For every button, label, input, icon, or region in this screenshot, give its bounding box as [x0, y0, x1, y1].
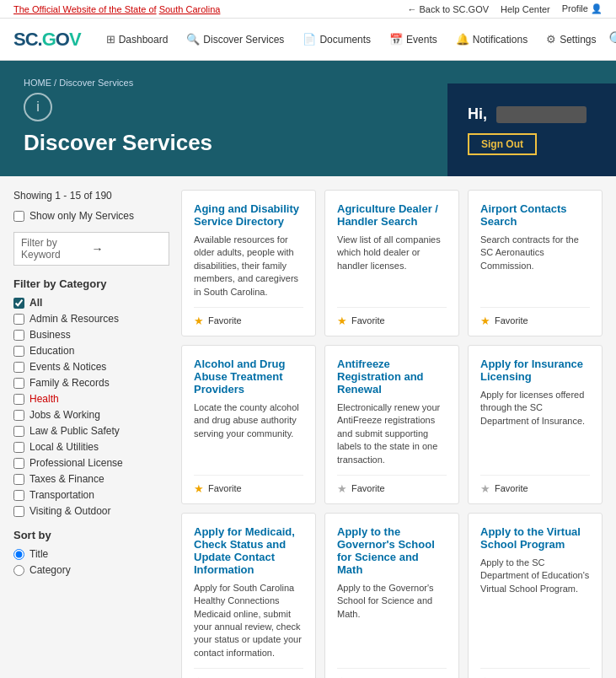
nav-item-settings[interactable]: ⚙ Settings	[538, 28, 604, 51]
category-checkbox-family[interactable]	[13, 378, 24, 389]
service-fav-agriculture-dealer[interactable]: ★Favorite	[337, 307, 447, 327]
my-services-filter[interactable]: Show only My Services	[13, 210, 169, 222]
category-checkbox-education[interactable]	[13, 346, 24, 357]
service-title-virtual-school[interactable]: Apply to the Virtual School Program	[480, 525, 590, 551]
category-checkbox-professional[interactable]	[13, 458, 24, 469]
profile-icon: 👤	[591, 3, 603, 13]
service-card-agriculture-dealer: Agriculture Dealer / Handler SearchView …	[324, 190, 459, 336]
category-checkbox-taxes[interactable]	[13, 474, 24, 485]
service-title-alcohol-drug[interactable]: Alcohol and Drug Abuse Treatment Provide…	[194, 358, 303, 396]
service-title-governors-school[interactable]: Apply to the Governor's School for Scien…	[337, 525, 447, 576]
breadcrumb: HOME / Discover Services	[24, 78, 431, 88]
nav-search-button[interactable]: 🔍	[608, 30, 617, 49]
info-icon: i	[24, 93, 52, 121]
category-item-visiting[interactable]: Visiting & Outdoor	[13, 505, 169, 517]
dashboard-icon: ⊞	[106, 33, 115, 46]
nav-item-events[interactable]: 📅 Events	[381, 28, 446, 51]
service-title-insurance-licensing[interactable]: Apply for Insurance Licensing	[480, 358, 590, 383]
service-title-medicaid[interactable]: Apply for Medicaid, Check Status and Upd…	[194, 525, 303, 576]
category-item-family[interactable]: Family & Records	[13, 377, 169, 389]
logo[interactable]: SC.GOV	[13, 29, 81, 51]
category-item-jobs[interactable]: Jobs & Working	[13, 409, 169, 421]
service-desc-aging-disability: Available resources for older adults, pe…	[194, 234, 303, 299]
category-item-all[interactable]: All	[13, 297, 169, 309]
profile-link[interactable]: Profile 👤	[562, 3, 603, 14]
service-card-governors-school: Apply to the Governor's School for Scien…	[324, 513, 459, 678]
category-checkbox-health[interactable]	[13, 394, 24, 405]
service-title-aging-disability[interactable]: Aging and Disability Service Directory	[194, 202, 303, 228]
breadcrumb-home[interactable]: HOME	[24, 78, 51, 88]
sort-label-category: Category	[29, 564, 71, 576]
service-title-antifreeze[interactable]: Antifreeze Registration and Renewal	[337, 358, 447, 396]
sign-out-button[interactable]: Sign Out	[468, 133, 537, 155]
category-item-professional[interactable]: Professional License	[13, 457, 169, 469]
help-center-link[interactable]: Help Center	[501, 4, 550, 14]
back-to-scgov[interactable]: ← Back to SC.GOV	[407, 4, 489, 14]
nav-item-documents[interactable]: 📄 Documents	[294, 28, 379, 51]
sort-radio-title[interactable]	[13, 549, 24, 560]
category-item-taxes[interactable]: Taxes & Finance	[13, 473, 169, 485]
service-fav-insurance-licensing[interactable]: ★Favorite	[480, 475, 590, 495]
keyword-filter-label: Filter by Keyword	[21, 237, 92, 261]
my-services-checkbox[interactable]	[13, 211, 24, 222]
category-item-law[interactable]: Law & Public Safety	[13, 425, 169, 437]
service-desc-virtual-school: Apply to the SC Department of Education'…	[480, 557, 590, 659]
category-label-family: Family & Records	[29, 377, 110, 389]
category-item-local[interactable]: Local & Utilities	[13, 441, 169, 453]
service-fav-governors-school[interactable]: ★Favorite	[337, 668, 447, 678]
category-checkbox-jobs[interactable]	[13, 410, 24, 421]
nav-discover-label: Discover Services	[203, 34, 284, 46]
service-fav-medicaid[interactable]: ★Favorite	[194, 668, 303, 678]
category-item-transportation[interactable]: Transportation	[13, 489, 169, 501]
fav-star-icon-alcohol-drug: ★	[194, 482, 204, 495]
category-checkbox-transportation[interactable]	[13, 490, 24, 501]
sort-item-title[interactable]: Title	[13, 548, 169, 560]
category-checkbox-visiting[interactable]	[13, 506, 24, 517]
service-card-medicaid: Apply for Medicaid, Check Status and Upd…	[181, 513, 316, 678]
service-fav-airport-contacts[interactable]: ★Favorite	[480, 307, 590, 327]
nav-item-discover-services[interactable]: 🔍 Discover Services	[178, 28, 292, 51]
category-item-events[interactable]: Events & Notices	[13, 361, 169, 373]
keyword-filter[interactable]: Filter by Keyword →	[13, 232, 169, 266]
navbar: SC.GOV ⊞ Dashboard 🔍 Discover Services 📄…	[0, 19, 616, 61]
category-item-admin[interactable]: Admin & Resources	[13, 313, 169, 325]
nav-items: ⊞ Dashboard 🔍 Discover Services 📄 Docume…	[98, 28, 605, 51]
category-item-education[interactable]: Education	[13, 345, 169, 357]
service-desc-antifreeze: Electronically renew your AntiFreeze reg…	[337, 401, 447, 466]
documents-icon: 📄	[303, 33, 316, 46]
category-checkbox-events[interactable]	[13, 362, 24, 373]
nav-dashboard-label: Dashboard	[119, 34, 169, 46]
fav-label-agriculture-dealer: Favorite	[351, 315, 385, 326]
sort-item-category[interactable]: Category	[13, 564, 169, 576]
category-checkbox-business[interactable]	[13, 330, 24, 341]
category-item-health[interactable]: Health	[13, 393, 169, 405]
discover-icon: 🔍	[186, 33, 200, 46]
nav-item-dashboard[interactable]: ⊞ Dashboard	[98, 28, 177, 51]
nav-documents-label: Documents	[319, 34, 371, 46]
top-bar-left: The Official Website of the State of Sou…	[13, 4, 220, 14]
fav-label-insurance-licensing: Favorite	[495, 483, 528, 493]
service-fav-alcohol-drug[interactable]: ★Favorite	[194, 475, 303, 495]
main-content: Showing 1 - 15 of 190 Show only My Servi…	[0, 176, 616, 678]
sort-options: TitleCategory	[13, 548, 169, 576]
state-link[interactable]: South Carolina	[159, 4, 221, 14]
service-title-agriculture-dealer[interactable]: Agriculture Dealer / Handler Search	[337, 202, 447, 228]
service-fav-aging-disability[interactable]: ★Favorite	[194, 307, 303, 327]
fav-star-icon-airport-contacts: ★	[480, 315, 490, 327]
category-checkbox-law[interactable]	[13, 426, 24, 437]
nav-item-notifications[interactable]: 🔔 Notifications	[447, 28, 536, 51]
category-checkbox-all[interactable]	[13, 298, 24, 309]
fav-star-icon-antifreeze: ★	[337, 482, 347, 495]
sort-radio-category[interactable]	[13, 565, 24, 576]
category-label-law: Law & Public Safety	[29, 425, 120, 437]
service-desc-alcohol-drug: Locate the county alcohol and drug abuse…	[194, 401, 303, 466]
service-fav-virtual-school[interactable]: ★Favorite	[480, 668, 590, 678]
service-fav-antifreeze[interactable]: ★Favorite	[337, 475, 447, 495]
service-title-airport-contacts[interactable]: Airport Contacts Search	[480, 202, 590, 228]
category-label-taxes: Taxes & Finance	[29, 473, 104, 485]
page-title: Discover Services	[24, 130, 431, 156]
category-item-business[interactable]: Business	[13, 329, 169, 341]
category-checkbox-local[interactable]	[13, 442, 24, 453]
category-checkbox-admin[interactable]	[13, 314, 24, 325]
results-count: Showing 1 - 15 of 190	[13, 190, 169, 202]
